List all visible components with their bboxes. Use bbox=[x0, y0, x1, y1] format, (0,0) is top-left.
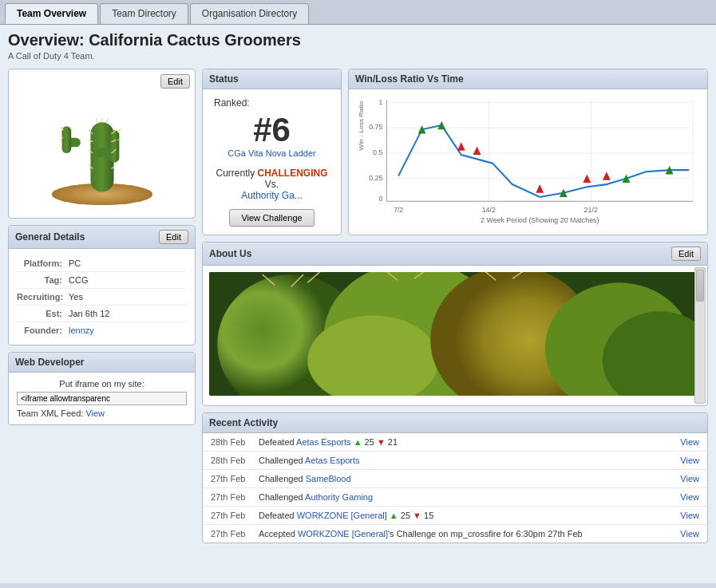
team-image-panel: Edit bbox=[8, 69, 196, 219]
xml-feed-line: Team XML Feed: View bbox=[17, 408, 187, 418]
activity-link[interactable]: Aetas Esports bbox=[305, 456, 359, 465]
svg-text:2 Week Period (Showing 20 Matc: 2 Week Period (Showing 20 Matches) bbox=[481, 215, 599, 223]
ladder-link[interactable]: CGa Vita Nova Ladder bbox=[214, 148, 330, 158]
tabs-bar: Team Overview Team Directory Organisatio… bbox=[0, 0, 716, 25]
recent-activity-panel: Recent Activity 28th Feb Defeated Aetas … bbox=[202, 412, 708, 543]
page-content: Overview: California Cactus Groomers A C… bbox=[0, 25, 716, 583]
general-details-edit-button[interactable]: Edit bbox=[159, 230, 188, 244]
svg-text:7/2: 7/2 bbox=[394, 206, 403, 214]
about-us-header: About Us Edit bbox=[203, 243, 707, 266]
svg-marker-44 bbox=[457, 142, 465, 151]
activity-link[interactable]: SameBlood bbox=[306, 474, 351, 483]
detail-row-recruiting: Recruiting: Yes bbox=[17, 289, 187, 306]
detail-row-platform: Platform: PC bbox=[17, 255, 187, 272]
put-iframe-label: Put iframe on my site: bbox=[17, 379, 187, 389]
activity-view-link[interactable]: View bbox=[680, 492, 699, 502]
activity-view-link[interactable]: View bbox=[680, 456, 699, 465]
tab-organisation-directory[interactable]: Organisation Directory bbox=[190, 3, 309, 24]
svg-rect-65 bbox=[209, 272, 701, 396]
vs-team-link[interactable]: Authority Ga... bbox=[241, 190, 303, 201]
activity-view-link[interactable]: View bbox=[680, 437, 699, 447]
activity-link[interactable]: Authority Gaming bbox=[305, 492, 373, 502]
general-details-body: Platform: PC Tag: CCG Recruiting: Yes Es… bbox=[9, 249, 195, 345]
iframe-input[interactable] bbox=[17, 392, 187, 405]
about-us-body bbox=[203, 266, 707, 405]
page-subtitle: A Call of Duty 4 Team. bbox=[8, 51, 708, 61]
founder-link[interactable]: lennzy bbox=[69, 326, 94, 335]
xml-feed-link[interactable]: View bbox=[85, 408, 105, 418]
challenging-text: Currently CHALLENGING Vs. Authority Ga..… bbox=[214, 168, 330, 201]
svg-marker-46 bbox=[536, 184, 544, 193]
recent-activity-header: Recent Activity bbox=[203, 413, 707, 433]
activity-view-link[interactable]: View bbox=[680, 511, 699, 520]
ranked-label: Ranked: bbox=[214, 97, 330, 109]
activity-link[interactable]: Aetas Esports bbox=[296, 437, 350, 447]
about-us-panel: About Us Edit bbox=[202, 242, 708, 406]
detail-row-tag: Tag: CCG bbox=[17, 272, 187, 289]
team-image-edit-button[interactable]: Edit bbox=[160, 74, 190, 89]
activity-body: 28th Feb Defeated Aetas Esports ▲ 25 ▼ 2… bbox=[203, 433, 707, 543]
activity-link[interactable]: WORKZONE [General] bbox=[297, 511, 387, 520]
scrollbar-thumb bbox=[696, 270, 704, 302]
svg-text:1: 1 bbox=[379, 97, 383, 105]
left-column: Edit bbox=[8, 69, 196, 543]
svg-marker-45 bbox=[473, 146, 481, 155]
challenging-word: CHALLENGING bbox=[258, 168, 328, 179]
activity-view-link[interactable]: View bbox=[680, 474, 699, 483]
svg-text:0: 0 bbox=[379, 195, 383, 203]
web-developer-body: Put iframe on my site: Team XML Feed: Vi… bbox=[9, 373, 195, 424]
general-details-header: General Details Edit bbox=[9, 226, 195, 249]
web-developer-panel: Web Developer Put iframe on my site: Tea… bbox=[8, 352, 196, 425]
tab-team-directory[interactable]: Team Directory bbox=[100, 3, 188, 24]
about-us-scrollbar[interactable] bbox=[694, 267, 706, 404]
right-column: Status Ranked: #6 CGa Vita Nova Ladder C… bbox=[202, 69, 708, 543]
status-header: Status bbox=[203, 69, 341, 89]
status-panel: Status Ranked: #6 CGa Vita Nova Ladder C… bbox=[202, 69, 342, 235]
svg-text:21/2: 21/2 bbox=[584, 206, 598, 214]
rank-number: #6 bbox=[214, 112, 330, 148]
activity-row: 27th Feb Defeated WORKZONE [General] ▲ 2… bbox=[203, 507, 707, 525]
svg-line-20 bbox=[117, 128, 121, 132]
activity-row: 28th Feb Defeated Aetas Esports ▲ 25 ▼ 2… bbox=[203, 433, 707, 452]
activity-row: 27th Feb Challenged SameBlood View bbox=[203, 470, 707, 488]
web-developer-header: Web Developer bbox=[9, 353, 195, 373]
svg-text:0.75: 0.75 bbox=[369, 123, 382, 131]
activity-row: 27th Feb Accepted WORKZONE [General]'s C… bbox=[203, 525, 707, 543]
svg-text:0.5: 0.5 bbox=[373, 148, 382, 156]
vs-label: Vs. bbox=[265, 179, 279, 190]
chart-svg: 1 0.75 0.5 0.25 0 bbox=[355, 96, 701, 227]
activity-row: 27th Feb Challenged Authority Gaming Vie… bbox=[203, 488, 707, 507]
svg-line-17 bbox=[105, 118, 108, 123]
activity-row: 28th Feb Challenged Aetas Esports View bbox=[203, 452, 707, 470]
svg-rect-4 bbox=[61, 126, 71, 153]
xml-feed-label: Team XML Feed: bbox=[17, 408, 83, 418]
about-us-image bbox=[209, 272, 701, 396]
svg-text:Win - Loss Ratio: Win - Loss Ratio bbox=[358, 101, 365, 150]
about-us-edit-button[interactable]: Edit bbox=[671, 247, 701, 261]
activity-view-link[interactable]: View bbox=[680, 529, 699, 539]
svg-text:0.25: 0.25 bbox=[369, 174, 382, 182]
chart-body: 1 0.75 0.5 0.25 0 bbox=[349, 89, 707, 233]
svg-line-15 bbox=[96, 118, 98, 123]
currently-label: Currently bbox=[216, 168, 255, 179]
svg-text:14/2: 14/2 bbox=[482, 206, 496, 214]
svg-rect-6 bbox=[109, 130, 119, 163]
general-details-panel: General Details Edit Platform: PC Tag: C… bbox=[8, 225, 196, 345]
activity-link[interactable]: WORKZONE [General] bbox=[298, 529, 388, 539]
status-body: Ranked: #6 CGa Vita Nova Ladder Currentl… bbox=[203, 89, 341, 235]
svg-marker-48 bbox=[603, 172, 611, 180]
tab-team-overview[interactable]: Team Overview bbox=[5, 3, 98, 24]
chart-header: Win/Loss Ratio Vs Time bbox=[349, 69, 707, 89]
chart-panel: Win/Loss Ratio Vs Time 1 0.75 0.5 bbox=[348, 69, 708, 235]
team-logo bbox=[34, 76, 170, 211]
page-title: Overview: California Cactus Groomers bbox=[8, 31, 708, 49]
detail-row-est: Est: Jan 6th 12 bbox=[17, 306, 187, 322]
cactus-photo-svg bbox=[209, 272, 701, 396]
view-challenge-button[interactable]: View Challenge bbox=[229, 209, 314, 227]
detail-row-founder: Founder: lennzy bbox=[17, 322, 187, 338]
cactus-image bbox=[38, 80, 166, 207]
